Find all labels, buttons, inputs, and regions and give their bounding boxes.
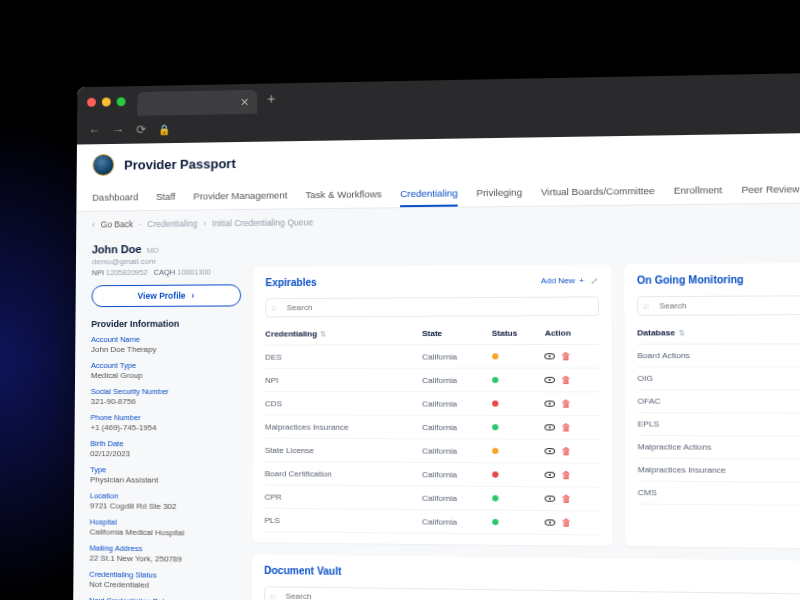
eye-icon[interactable] [545,519,556,525]
max-dot[interactable] [117,97,126,106]
search-input[interactable] [265,296,599,317]
expirables-search[interactable]: ⌕ [265,294,599,317]
back-icon[interactable]: ← [89,123,101,137]
breadcrumb-a[interactable]: Credentialing [147,218,197,228]
table-row[interactable]: CDSCalifornia🗑 [265,392,599,416]
vault-search[interactable]: ⌕ [264,584,800,600]
table-row[interactable]: Malpractices Insurance02/12/202 [638,458,800,483]
field-value: Medical Group [91,371,241,380]
expand-icon[interactable]: ⤢ [590,275,598,285]
col-header[interactable]: Action [545,322,599,344]
monitoring-search[interactable]: ⌕ [637,292,800,316]
chevron-left-icon: ‹ [92,220,95,230]
table-row[interactable]: Board Actions02/12/202 [637,343,800,367]
table-row[interactable]: EPLS02/12/202 [637,413,800,437]
trash-icon[interactable]: 🗑 [562,446,572,456]
sort-icon[interactable]: ⇅ [320,330,326,337]
trash-icon[interactable]: 🗑 [562,351,571,361]
field-label: Account Name [91,335,241,344]
col-header[interactable]: Status [492,322,545,344]
field-value: California Medical Hospital [90,527,240,538]
tab-peer-review[interactable]: Peer Review [741,177,799,204]
status-dot [492,400,498,406]
close-dot[interactable] [87,97,96,106]
table-row[interactable]: CMS02/12/202 [638,481,800,507]
window-controls[interactable] [87,97,126,107]
field: Birth Date02/12/2023 [90,439,240,459]
trash-icon[interactable]: 🗑 [562,399,572,409]
eye-icon[interactable] [545,377,556,383]
search-input[interactable] [637,294,800,316]
sort-icon[interactable]: ⇅ [678,329,684,336]
table-row[interactable]: PLSCalifornia🗑 [264,508,599,535]
table-row[interactable]: Malpractices InsuranceCalifornia🗑 [265,415,600,440]
eye-icon[interactable] [545,472,556,478]
brand-logo [92,154,114,176]
tab-dashboard[interactable]: Dashboard [92,185,138,210]
field-label: Hospital [90,517,240,527]
col-header[interactable]: Credentialing⇅ [265,323,422,345]
tab-provider-management[interactable]: Provider Management [193,183,287,209]
search-icon: ⌕ [643,300,648,310]
table-row[interactable]: Malpractice Actions02/12/202 [638,435,800,460]
min-dot[interactable] [102,97,111,106]
provider-name: John Doe [92,243,142,255]
eye-icon[interactable] [545,448,556,454]
field: Next Credentialing Date [89,596,240,600]
eye-icon[interactable] [545,401,556,407]
forward-icon[interactable]: → [112,123,124,137]
status-dot [492,424,498,430]
trash-icon[interactable]: 🗑 [562,470,572,480]
go-back-link[interactable]: Go Back [101,219,133,229]
breadcrumb-b[interactable]: Initial Credentialing Queue [212,217,313,228]
tab-privileging[interactable]: Privileging [477,180,523,206]
col-header[interactable]: Database⇅ [637,321,800,344]
table-row[interactable]: Board CertificationCalifornia🗑 [265,462,600,488]
trash-icon[interactable]: 🗑 [562,422,572,432]
add-new-button[interactable]: Add New+ [541,276,584,286]
tab-credentialing[interactable]: Credentialing [400,181,458,207]
tab-staff[interactable]: Staff [156,185,175,210]
eye-icon[interactable] [545,424,556,430]
status-dot [492,447,498,453]
table-row[interactable]: NPICalifornia🗑 [265,368,599,392]
status-dot [492,471,498,477]
search-input[interactable] [264,586,800,600]
view-profile-button[interactable]: View Profile› [91,284,241,307]
field: Social Security Number321-90-8756 [91,387,241,406]
browser-tab[interactable]: ✕ [137,90,257,116]
status-dot [492,495,498,501]
browser-window: ✕ + ← → ⟳ 🔒 Provider Passport 📍 3200 Bro… [73,69,800,600]
tab-virtual-boards-committee[interactable]: Virtual Boards/Committee [541,179,655,206]
tab-task-workflows[interactable]: Task & Workflows [306,182,382,208]
tab-enrollment[interactable]: Enrollment [674,178,723,204]
trash-icon[interactable]: 🗑 [562,494,572,504]
lock-icon: 🔒 [158,124,170,135]
field-value: 321-90-8756 [91,397,241,406]
table-row[interactable]: OFAC02/12/202 [637,390,800,413]
monitoring-card: On Going Monitoring ⌕ Database⇅StatusLas… [624,262,800,551]
table-row[interactable]: DESCalifornia🗑 [265,344,599,368]
trash-icon[interactable]: 🗑 [562,375,571,385]
status-dot [492,376,498,382]
field-label: Birth Date [90,439,240,449]
monitoring-table: Database⇅StatusLast Updat Board Actions0… [637,321,800,508]
eye-icon[interactable] [545,496,556,502]
vault-card: Document Vault ⌕ Credentialing⇅Issue Dat… [252,554,800,600]
reload-icon[interactable]: ⟳ [136,123,146,137]
provider-ids: NPI 1205820952 CAQH 10801300 [92,267,242,277]
field-label: Next Credentialing Date [89,596,240,600]
trash-icon[interactable]: 🗑 [562,517,572,527]
new-tab-icon[interactable]: + [267,90,275,106]
table-row[interactable]: OIG02/12/202 [637,367,800,390]
eye-icon[interactable] [545,353,556,359]
close-tab-icon[interactable]: ✕ [240,95,249,108]
col-header[interactable]: State [422,323,492,345]
field-value: 02/12/2023 [90,449,240,459]
field-value: 9721 Cogdill Rd Ste 302 [90,501,240,511]
table-row[interactable]: CPRCalifornia🗑 [264,485,599,511]
brand-title: Provider Passport [124,156,236,173]
field: Account NameJohn Doe Therapy [91,335,241,354]
table-row[interactable]: State LicenseCalifornia🗑 [265,438,600,463]
field: Phone Number+1 (469)-745-1954 [90,413,240,433]
